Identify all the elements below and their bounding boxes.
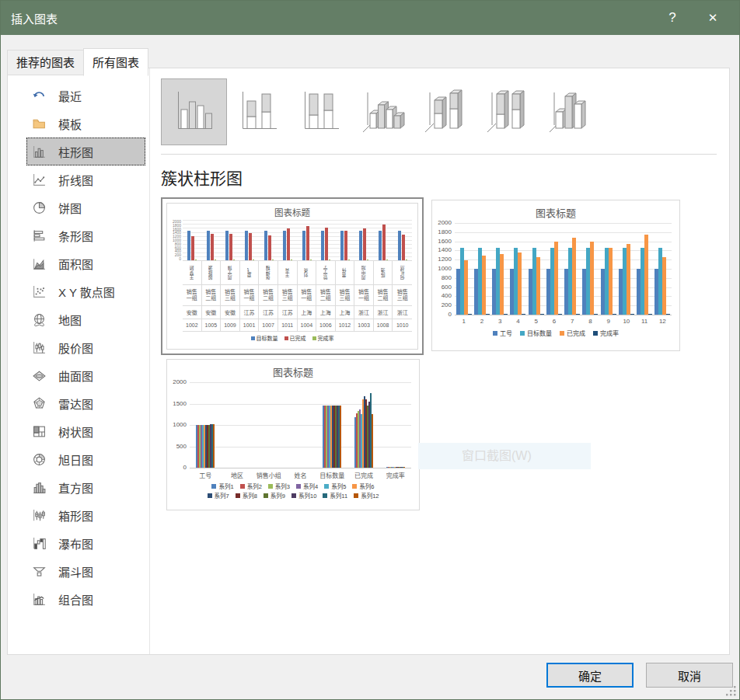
- sidebar-item-label: 面积图: [58, 256, 93, 272]
- sidebar-item-label: 最近: [58, 88, 82, 104]
- chart-title: 图表标题: [432, 205, 679, 220]
- radar-chart-icon: [31, 395, 47, 411]
- plot-area: [183, 220, 412, 260]
- sidebar-item-combo[interactable]: 组合图: [26, 585, 145, 613]
- sidebar-item-recent[interactable]: 最近: [26, 82, 145, 110]
- resize-grip[interactable]: [726, 686, 737, 697]
- treemap-chart-icon: [31, 423, 47, 439]
- column-3d-icon: [548, 88, 592, 136]
- sidebar-item-scatter[interactable]: X Y 散点图: [26, 277, 145, 305]
- chart-preview-clustered-detailed[interactable]: 图表标题 20001800160014001200100080060040020…: [161, 197, 424, 355]
- chart-title: 图表标题: [167, 364, 419, 379]
- subtype-clustered-column-3d[interactable]: [353, 78, 414, 145]
- chart-previews: 图表标题 20001800160014001200100080060040020…: [161, 197, 729, 524]
- stock-chart-icon: [31, 340, 47, 355]
- sidebar-item-boxwhisker[interactable]: 箱形图: [26, 501, 145, 529]
- chart-preview-1-frame: 图表标题 20001800160014001200100080060040020…: [166, 203, 418, 350]
- y-axis: 0200400600800100012001400160018002000: [434, 223, 455, 315]
- sidebar-item-label: 地图: [58, 312, 82, 328]
- recent-icon: [31, 88, 47, 103]
- bar-chart-icon: [31, 228, 47, 243]
- insert-chart-dialog: 插入图表 ? ✕ 推荐的图表所有图表 最近模板柱形图折线图饼图条形图面积图X Y…: [0, 0, 740, 700]
- dialog-body: 最近模板柱形图折线图饼图条形图面积图X Y 散点图地图股价图曲面图雷达图树状图旭…: [7, 68, 730, 655]
- sidebar-item-label: 直方图: [58, 479, 93, 496]
- sidebar-item-map[interactable]: 地图: [26, 305, 145, 333]
- help-button[interactable]: ?: [652, 1, 693, 35]
- sidebar-item-bar[interactable]: 条形图: [26, 221, 145, 249]
- tab-all[interactable]: 所有图表: [83, 48, 148, 76]
- window-screenshot-ghost-menu-item: 窗口截图(W): [418, 443, 591, 469]
- dialog-title: 插入图表: [11, 10, 58, 26]
- axis-row-names: 王梦娇殷歆波周宁博夏飞张坤程王青刘勇管宁宁黄伟周中旭陈浩何礼然: [183, 260, 412, 284]
- sidebar-item-label: 箱形图: [58, 507, 93, 524]
- dialog-footer: 确定 取消: [1, 654, 739, 699]
- chart-preview-by-employee[interactable]: 图表标题 02004006008001000120014001600180020…: [431, 200, 680, 351]
- combo-chart-icon: [31, 591, 47, 607]
- subtype-stacked-column-3d[interactable]: [415, 78, 476, 145]
- sidebar-item-label: 股价图: [58, 340, 93, 356]
- sidebar-item-label: 旭日图: [58, 451, 93, 468]
- sidebar-item-sunburst[interactable]: 旭日图: [26, 445, 145, 473]
- sidebar-item-label: 模板: [58, 116, 82, 132]
- y-axis: 2000180016001400120010008006004002000: [169, 220, 183, 260]
- line-chart-icon: [31, 172, 47, 187]
- sidebar-item-funnel[interactable]: 漏斗图: [26, 557, 145, 585]
- sidebar-item-label: 雷达图: [58, 395, 93, 412]
- subtype-column-3d[interactable]: [539, 78, 600, 145]
- boxwhisker-chart-icon: [31, 507, 47, 523]
- map-chart-icon: [31, 312, 47, 327]
- percent-stacked-column-3d-icon: [486, 88, 529, 136]
- sidebar: 最近模板柱形图折线图饼图条形图面积图X Y 散点图地图股价图曲面图雷达图树状图旭…: [8, 68, 150, 654]
- subtype-row: [161, 78, 729, 145]
- sidebar-item-line[interactable]: 折线图: [26, 165, 145, 193]
- sidebar-item-stock[interactable]: 股价图: [26, 333, 145, 361]
- plot-area: [190, 382, 411, 468]
- scatter-chart-icon: [31, 284, 47, 299]
- stacked-column-3d-icon: [424, 88, 467, 136]
- subtype-percent-stacked-column[interactable]: [291, 78, 351, 145]
- clustered-column-icon: [173, 88, 216, 136]
- sidebar-item-surface[interactable]: 曲面图: [26, 361, 145, 389]
- cancel-button[interactable]: 取消: [646, 663, 733, 688]
- chart-preview-by-field[interactable]: 图表标题 0500100015002000 工号地区销售小组姓名目标数量已完成完…: [166, 359, 420, 510]
- stacked-column-icon: [237, 88, 281, 136]
- sidebar-item-treemap[interactable]: 树状图: [26, 417, 145, 445]
- section-title: 簇状柱形图: [161, 165, 729, 189]
- sidebar-item-radar[interactable]: 雷达图: [26, 389, 145, 417]
- templates-icon: [31, 116, 47, 131]
- chart-legend: 工号目标数量已完成完成率: [432, 329, 679, 337]
- plot-area: [455, 223, 672, 315]
- sidebar-item-label: 曲面图: [58, 367, 93, 384]
- sidebar-item-templates[interactable]: 模板: [26, 110, 145, 138]
- sidebar-item-waterfall[interactable]: 瀑布图: [26, 529, 145, 557]
- sidebar-item-label: 饼图: [58, 200, 82, 216]
- clustered-column-3d-icon: [361, 88, 405, 136]
- sidebar-item-area[interactable]: 面积图: [26, 249, 145, 277]
- close-button[interactable]: ✕: [693, 1, 733, 35]
- subtype-clustered-column[interactable]: [161, 78, 227, 145]
- sidebar-item-label: 瀑布图: [58, 535, 93, 552]
- axis-row-regions: 安徽安徽安徽江苏江苏江苏上海上海上海浙江浙江浙江: [183, 305, 412, 319]
- histogram-chart-icon: [31, 479, 47, 495]
- subtype-percent-stacked-column-3d[interactable]: [477, 78, 538, 145]
- surface-chart-icon: [31, 367, 47, 383]
- chart-title: 图表标题: [167, 206, 417, 218]
- pie-chart-icon: [31, 200, 47, 215]
- column-chart-icon: [31, 144, 47, 159]
- sidebar-item-pie[interactable]: 饼图: [26, 193, 145, 221]
- percent-stacked-column-icon: [299, 88, 343, 136]
- tab-recommended[interactable]: 推荐的图表: [7, 50, 83, 75]
- sidebar-item-label: 漏斗图: [58, 563, 93, 580]
- subtype-stacked-column[interactable]: [229, 78, 289, 145]
- sidebar-item-label: 树状图: [58, 423, 93, 440]
- sidebar-item-column[interactable]: 柱形图: [26, 138, 145, 165]
- sidebar-item-histogram[interactable]: 直方图: [26, 473, 145, 501]
- sidebar-item-label: 柱形图: [58, 144, 93, 160]
- funnel-chart-icon: [31, 563, 47, 579]
- area-chart-icon: [31, 256, 47, 271]
- title-bar: 插入图表 ? ✕: [1, 1, 739, 35]
- waterfall-chart-icon: [31, 535, 47, 551]
- ok-button[interactable]: 确定: [546, 663, 634, 688]
- sidebar-item-label: 折线图: [58, 172, 93, 188]
- axis-row-ids: 1002100510091001100710111004100610121003…: [183, 319, 412, 332]
